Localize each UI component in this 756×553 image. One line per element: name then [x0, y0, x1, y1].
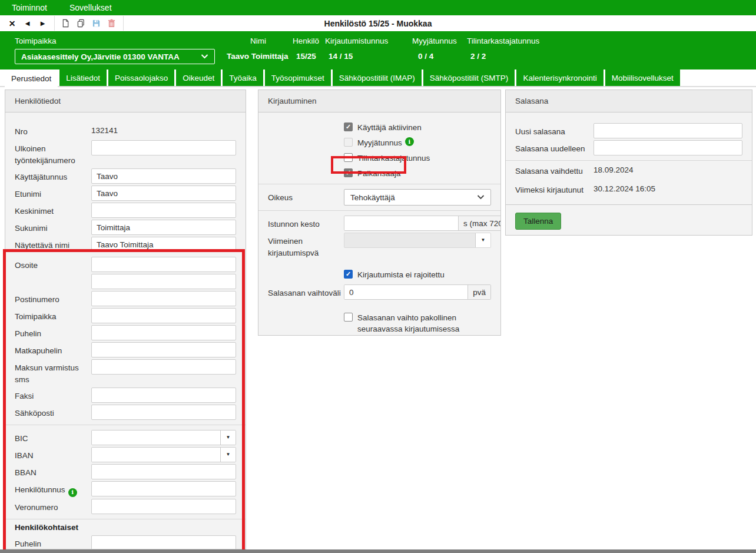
tab-mobiilisovellukset[interactable]: Mobiilisovellukset: [605, 69, 680, 86]
field-label: Istunnon kesto: [268, 216, 344, 230]
field-viimeksi-kirjautunut: Viimeksi kirjautunut 30.12.2024 16:05: [515, 184, 742, 196]
iban-combobox: ▼: [91, 447, 236, 462]
field-label: BIC: [15, 430, 91, 445]
oikeus-select[interactable]: Tehokäyttäjä: [344, 189, 491, 206]
salasanan-vaihtovali-addon: pvä: [467, 285, 490, 299]
delete-record-button[interactable]: [104, 16, 119, 31]
henkilokohtainen-puhelin-input[interactable]: [91, 535, 236, 550]
salasana-uudelleen-input[interactable]: [593, 140, 742, 155]
panel-salasana: Salasana Uusi salasana Salasana uudellee…: [505, 90, 752, 236]
tab-perustiedot[interactable]: Perustiedot: [5, 69, 58, 87]
salasanan-vaihtovali-unit: pvä: [473, 288, 486, 297]
stat-label: Nimi: [227, 37, 293, 45]
checkbox-tilintarkastajatunnus[interactable]: Tilintarkastajatunnus: [344, 153, 491, 164]
postinumero-input[interactable]: [91, 291, 236, 306]
previous-record-button[interactable]: ◀: [20, 16, 35, 31]
ulkoinen-tyontekijanumero-input[interactable]: [91, 140, 236, 155]
uusi-salasana-input[interactable]: [593, 123, 742, 138]
info-icon[interactable]: [405, 137, 414, 146]
checkbox-icon: [344, 313, 353, 322]
menu-toiminnot[interactable]: Toiminnot: [12, 3, 47, 12]
henkilotunnus-input[interactable]: [91, 481, 236, 496]
checkbox-salasanan-vaihto-pakollinen[interactable]: Salasanan vaihto pakollinen seuraavassa …: [344, 312, 491, 335]
divider: [5, 425, 246, 425]
field-label: Salasanan vaihtoväli: [268, 284, 344, 299]
field-toimipaikka: Toimipaikka: [15, 308, 236, 323]
istunnon-kesto-addon: s (max 7200 s): [458, 216, 501, 230]
toimipaikka-label: Toimipaikka: [15, 37, 215, 45]
viimeinen-kirjautumispva-dropdown-button[interactable]: ▼: [475, 233, 490, 247]
checkbox-kirjautumista-ei-rajoitettu[interactable]: Kirjautumista ei rajoitettu: [344, 269, 491, 280]
tab-oikeudet[interactable]: Oikeudet: [176, 69, 221, 86]
stat-value: 2 / 2: [467, 52, 555, 61]
new-record-button[interactable]: [58, 16, 73, 31]
tab-tyosopimukset[interactable]: Työsopimukset: [265, 69, 331, 86]
etunimi-input[interactable]: [91, 186, 236, 201]
viimeksi-kirjautunut-value: 30.12.2024 16:05: [593, 184, 655, 196]
keskinimet-input[interactable]: [91, 203, 236, 218]
field-label: Osoite: [15, 257, 91, 271]
bban-input[interactable]: [91, 464, 236, 479]
tab-lisatiedot[interactable]: Lisätiedot: [59, 69, 107, 86]
divider: [258, 210, 500, 211]
stat-label: Henkilö: [293, 37, 325, 45]
field-etunimi: Etunimi: [15, 186, 236, 201]
field-keskinimet: Keskinimet: [15, 203, 236, 218]
menu-sovellukset[interactable]: Sovellukset: [69, 3, 112, 12]
tab-poissaolojakso[interactable]: Poissaolojakso: [108, 69, 174, 86]
field-label: Faksi: [15, 388, 91, 402]
next-record-button[interactable]: ▶: [35, 16, 50, 31]
stat-nimi: Nimi Taavo Toimittaja: [227, 37, 293, 61]
copy-record-button[interactable]: [74, 16, 88, 31]
istunnon-kesto-group: s (max 7200 s): [344, 216, 501, 231]
kayttajatunnus-input[interactable]: [91, 168, 236, 184]
copy-icon: [77, 19, 85, 28]
field-label: Sukunimi: [15, 220, 91, 234]
puhelin-input[interactable]: [91, 325, 236, 340]
field-label: Postinumero: [15, 291, 91, 306]
maksun-varmistus-sms-input[interactable]: [91, 359, 236, 375]
toimipaikka-select[interactable]: Asiakasesittely Oy,Järvitie 01300 VANTAA: [15, 49, 215, 64]
sukunimi-input[interactable]: [91, 220, 236, 235]
toolbar-separator: [123, 16, 124, 31]
matkapuhelin-input[interactable]: [91, 342, 236, 357]
checkbox-icon: [344, 153, 353, 162]
chevron-down-icon: [477, 195, 485, 200]
faksi-input[interactable]: [91, 388, 236, 403]
field-label: Sähköposti: [15, 405, 91, 419]
iban-dropdown-button[interactable]: ▼: [220, 448, 236, 462]
field-label: Puhelin: [15, 535, 91, 550]
tab-sahkopostitilit-smtp[interactable]: Sähköpostitilit (SMTP): [423, 69, 515, 86]
bic-dropdown-button[interactable]: ▼: [220, 431, 236, 445]
save-record-button[interactable]: [89, 16, 104, 31]
tab-tyoaika[interactable]: Työaika: [223, 69, 263, 86]
tallenna-button[interactable]: Tallenna: [515, 213, 561, 230]
field-label: Keskinimet: [15, 203, 91, 217]
trash-icon: [107, 19, 116, 28]
iban-input[interactable]: [92, 448, 220, 462]
tab-sahkopostitilit-imap[interactable]: Sähköpostitilit (IMAP): [333, 69, 422, 86]
close-button[interactable]: ✕: [5, 16, 19, 31]
info-icon[interactable]: [68, 488, 77, 497]
field-label-text: Henkilötunnus: [15, 485, 65, 494]
osoite-input-2[interactable]: [91, 274, 236, 289]
app-menubar: Toiminnot Sovellukset: [0, 0, 756, 15]
bic-input[interactable]: [92, 431, 220, 445]
field-nro: Nro 132141: [15, 123, 236, 138]
naytettava-nimi-input[interactable]: [91, 237, 236, 252]
divider: [258, 184, 500, 184]
veronumero-input[interactable]: [91, 499, 236, 514]
tab-kalenterisynkronointi[interactable]: Kalenterisynkronointi: [516, 69, 603, 86]
istunnon-kesto-input[interactable]: [344, 216, 458, 230]
osoite-input-1[interactable]: [91, 257, 236, 272]
toimipaikka-input[interactable]: [91, 308, 236, 323]
field-naytettava-nimi: Näytettävä nimi: [15, 237, 236, 252]
tab-bar: Perustiedot Lisätiedot Poissaolojakso Oi…: [0, 69, 756, 87]
sahkoposti-input[interactable]: [91, 405, 236, 420]
field-label: Näytettävä nimi: [15, 237, 91, 251]
stat-henkilo: Henkilö 15/25: [293, 37, 325, 61]
horizontal-scrollbar[interactable]: [0, 549, 756, 553]
checkbox-kayttaja-aktiivinen: Käyttäjä aktiivinen: [344, 122, 491, 133]
field-faksi: Faksi: [15, 388, 236, 403]
salasanan-vaihtovali-input[interactable]: [344, 285, 467, 299]
